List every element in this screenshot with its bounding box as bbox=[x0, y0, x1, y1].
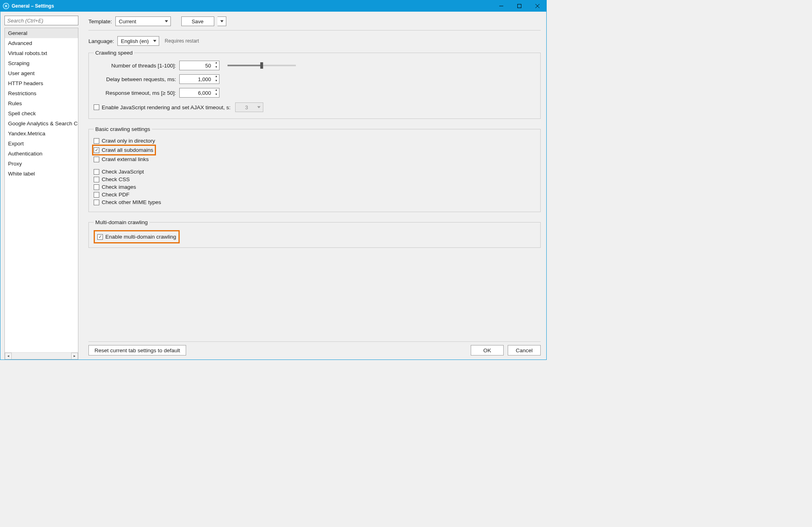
multidomain-group: Multi-domain crawling Enable multi-domai… bbox=[88, 219, 541, 248]
scroll-right-icon[interactable]: ► bbox=[71, 353, 78, 360]
search-input[interactable] bbox=[4, 16, 78, 25]
crawl-subdomains-label: Crawl all subdomains bbox=[102, 147, 153, 153]
crawl-dir-checkbox[interactable] bbox=[94, 138, 99, 144]
maximize-button[interactable] bbox=[510, 0, 528, 12]
language-hint: Requires restart bbox=[165, 38, 199, 44]
save-button[interactable]: Save bbox=[181, 16, 214, 26]
check-pdf-checkbox[interactable] bbox=[94, 192, 99, 198]
basic-crawling-legend: Basic crawling settings bbox=[94, 126, 152, 132]
sidebar-item[interactable]: HTTP headers bbox=[5, 78, 78, 88]
chevron-down-icon bbox=[257, 106, 260, 108]
threads-label: Number of threads [1-100]: bbox=[94, 63, 176, 69]
sidebar-item[interactable]: Scraping bbox=[5, 58, 78, 68]
ok-button[interactable]: OK bbox=[471, 345, 504, 355]
sidebar-item[interactable]: General bbox=[5, 28, 78, 38]
sidebar: GeneralAdvancedVirtual robots.txtScrapin… bbox=[0, 12, 80, 360]
sidebar-item[interactable]: Google Analytics & Search Console bbox=[5, 118, 78, 129]
spinner-down-icon[interactable]: ▼ bbox=[213, 65, 219, 70]
svg-rect-1 bbox=[517, 4, 521, 8]
threads-input[interactable]: 50 ▲▼ bbox=[179, 61, 219, 70]
cancel-button[interactable]: Cancel bbox=[508, 345, 541, 355]
crawling-speed-legend: Crawling speed bbox=[94, 50, 134, 56]
sidebar-item[interactable]: Yandex.Metrica bbox=[5, 129, 78, 139]
settings-window: General – Settings GeneralAdvancedVirtua… bbox=[0, 0, 547, 360]
spinner-down-icon[interactable]: ▼ bbox=[213, 79, 219, 84]
chevron-down-icon bbox=[165, 20, 168, 22]
reset-button[interactable]: Reset current tab settings to default bbox=[88, 345, 186, 355]
enable-js-checkbox[interactable] bbox=[94, 104, 99, 110]
language-label: Language: bbox=[88, 38, 114, 44]
titlebar: General – Settings bbox=[0, 0, 546, 12]
spinner-down-icon[interactable]: ▼ bbox=[213, 93, 219, 97]
delay-label: Delay between requests, ms: bbox=[94, 76, 176, 82]
chevron-down-icon bbox=[153, 40, 156, 42]
sidebar-item[interactable]: Rules bbox=[5, 98, 78, 108]
close-button[interactable] bbox=[528, 0, 546, 12]
enable-multidomain-label: Enable multi-domain crawling bbox=[105, 234, 176, 240]
slider-thumb[interactable] bbox=[260, 62, 263, 69]
check-css-checkbox[interactable] bbox=[94, 177, 99, 182]
crawl-external-checkbox[interactable] bbox=[94, 157, 99, 162]
save-dropdown-button[interactable] bbox=[217, 16, 226, 26]
sidebar-hscroll[interactable]: ◄ ► bbox=[5, 352, 78, 359]
timeout-input[interactable]: 6,000 ▲▼ bbox=[179, 88, 219, 98]
spinner-up-icon[interactable]: ▲ bbox=[213, 88, 219, 93]
minimize-button[interactable] bbox=[492, 0, 510, 12]
language-value: English (en) bbox=[121, 38, 149, 44]
multidomain-legend: Multi-domain crawling bbox=[94, 219, 150, 225]
sidebar-item[interactable]: Virtual robots.txt bbox=[5, 48, 78, 58]
template-label: Template: bbox=[88, 18, 112, 25]
check-mime-checkbox[interactable] bbox=[94, 200, 99, 205]
check-css-label: Check CSS bbox=[102, 176, 130, 182]
language-select[interactable]: English (en) bbox=[117, 36, 159, 46]
enable-multidomain-checkbox[interactable] bbox=[97, 234, 103, 240]
ajax-timeout-select: 3 bbox=[235, 102, 263, 112]
scroll-track[interactable] bbox=[12, 353, 71, 359]
enable-js-label: Enable JavaScript rendering and set AJAX… bbox=[102, 104, 230, 110]
check-pdf-label: Check PDF bbox=[102, 192, 129, 198]
app-icon bbox=[3, 3, 9, 9]
scroll-left-icon[interactable]: ◄ bbox=[5, 353, 12, 360]
spinner-up-icon[interactable]: ▲ bbox=[213, 61, 219, 65]
timeout-label: Response timeout, ms [≥ 50]: bbox=[94, 90, 176, 96]
check-js-checkbox[interactable] bbox=[94, 169, 99, 175]
main-panel: Template: Current Save Language: bbox=[80, 12, 546, 360]
sidebar-item[interactable]: Export bbox=[5, 139, 78, 149]
check-js-label: Check JavaScript bbox=[102, 169, 144, 175]
check-images-label: Check images bbox=[102, 184, 136, 190]
sidebar-item[interactable]: Restrictions bbox=[5, 88, 78, 98]
delay-input[interactable]: 1,000 ▲▼ bbox=[179, 74, 219, 84]
window-title: General – Settings bbox=[12, 3, 54, 9]
threads-slider[interactable] bbox=[228, 62, 296, 69]
check-images-checkbox[interactable] bbox=[94, 184, 99, 190]
template-select[interactable]: Current bbox=[115, 16, 171, 26]
sidebar-item[interactable]: White label bbox=[5, 169, 78, 179]
sidebar-item[interactable]: User agent bbox=[5, 68, 78, 78]
crawl-dir-label: Crawl only in directory bbox=[102, 138, 155, 144]
spinner-up-icon[interactable]: ▲ bbox=[213, 75, 219, 79]
basic-crawling-group: Basic crawling settings Crawl only in di… bbox=[88, 126, 541, 212]
crawling-speed-group: Crawling speed Number of threads [1-100]… bbox=[88, 50, 541, 119]
chevron-down-icon bbox=[220, 20, 224, 22]
sidebar-item[interactable]: Advanced bbox=[5, 38, 78, 48]
sidebar-item[interactable]: Authentication bbox=[5, 149, 78, 159]
template-value: Current bbox=[119, 18, 136, 25]
crawl-external-label: Crawl external links bbox=[102, 156, 149, 162]
nav-list: GeneralAdvancedVirtual robots.txtScrapin… bbox=[4, 28, 78, 360]
crawl-subdomains-checkbox[interactable] bbox=[94, 147, 99, 153]
footer: Reset current tab settings to default OK… bbox=[88, 341, 541, 355]
check-mime-label: Check other MIME types bbox=[102, 199, 161, 205]
sidebar-item[interactable]: Proxy bbox=[5, 159, 78, 169]
sidebar-item[interactable]: Spell check bbox=[5, 108, 78, 118]
